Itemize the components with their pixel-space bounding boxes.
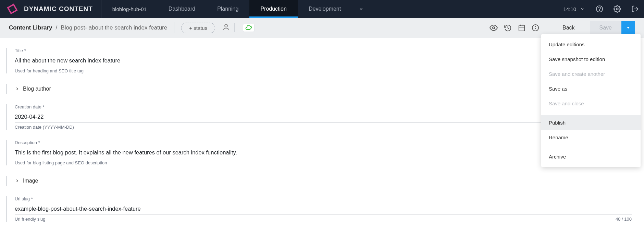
breadcrumb-separator: /: [56, 24, 58, 31]
dropdown-item-save-snapshot-to-edition[interactable]: Save snapshot to edition: [541, 52, 641, 67]
url-slug-counter: 48 / 100: [616, 217, 632, 222]
creation-date-label: Creation date *: [15, 104, 632, 109]
svg-point-3: [599, 10, 599, 11]
breadcrumb-current: Blog post- about the search index featur…: [61, 24, 167, 31]
title-help-text: Used for heading and SEO title tag: [15, 68, 84, 73]
dropdown-item-save-as[interactable]: Save as: [541, 81, 641, 96]
save-button-group: Save: [590, 21, 635, 34]
title-help: Used for heading and SEO title tag: [15, 68, 632, 73]
time-display[interactable]: 14:10: [557, 6, 591, 12]
caret-down-icon: [626, 26, 630, 30]
blog-author-toggle[interactable]: Blog author: [15, 84, 632, 94]
title-label: Title *: [15, 48, 632, 53]
add-status-button[interactable]: + status: [181, 23, 215, 33]
dropdown-item-save-and-close: Save and close: [541, 96, 641, 111]
history-icon: [504, 24, 512, 32]
back-button[interactable]: Back: [554, 21, 584, 34]
title-input[interactable]: [15, 55, 632, 66]
blog-author-label: Blog author: [23, 86, 51, 92]
svg-marker-15: [627, 27, 630, 29]
svg-point-6: [225, 24, 227, 27]
tab-dashboard[interactable]: Dashboard: [158, 0, 206, 18]
brand-name: DYNAMIC CONTENT: [24, 5, 93, 13]
info-icon: [532, 24, 539, 32]
user-icon: [222, 23, 230, 31]
dropdown-divider: [541, 147, 641, 147]
svg-point-14: [535, 26, 535, 27]
hub-selector[interactable]: bloblog-hub-01: [101, 0, 158, 18]
dropdown-item-rename[interactable]: Rename: [541, 130, 641, 145]
sync-status-chip[interactable]: [243, 24, 255, 32]
main-tabs: DashboardPlanningProductionDevelopment: [158, 0, 352, 18]
chevron-right-icon: [15, 86, 20, 91]
dropdown-item-save-and-create-another: Save and create another: [541, 67, 641, 81]
logout-button[interactable]: [626, 0, 644, 18]
clock-time: 14:10: [563, 6, 576, 12]
preview-button[interactable]: [490, 24, 498, 32]
dropdown-item-publish[interactable]: Publish: [541, 115, 641, 130]
help-button[interactable]: [591, 0, 608, 18]
cloud-icon: [245, 25, 252, 30]
save-button[interactable]: Save: [590, 21, 621, 34]
chevron-right-icon: [15, 178, 20, 183]
description-group: Description * Used for blog listing page…: [6, 140, 632, 165]
creation-date-group: Creation date * Creation date (YYYY-MM-D…: [6, 104, 632, 130]
dropdown-item-archive[interactable]: Archive: [541, 149, 641, 164]
save-dropdown-menu: Update editionsSave snapshot to editionS…: [541, 34, 641, 167]
description-help: Used for blog listing page and SEO descr…: [15, 160, 632, 165]
breadcrumb: Content Library / Blog post- about the s…: [9, 24, 167, 31]
hub-name-label: bloblog-hub-01: [112, 6, 147, 12]
chevron-down-icon: [580, 7, 584, 11]
creation-date-help: Creation date (YYYY-MM-DD): [15, 125, 632, 130]
svg-rect-8: [519, 25, 525, 31]
description-label: Description *: [15, 140, 632, 145]
creation-date-input[interactable]: [15, 112, 632, 123]
dropdown-divider: [541, 113, 641, 113]
url-slug-input[interactable]: [15, 203, 632, 214]
image-toggle[interactable]: Image: [15, 176, 632, 186]
brand-area: DYNAMIC CONTENT: [0, 0, 93, 18]
calendar-icon: [518, 24, 525, 32]
image-label: Image: [23, 178, 38, 184]
description-input[interactable]: [15, 147, 632, 158]
tab-overflow-caret-icon[interactable]: [352, 7, 370, 11]
brand-logo-icon: [6, 3, 18, 15]
svg-point-4: [616, 8, 618, 10]
save-menu-toggle[interactable]: [621, 21, 635, 34]
help-icon: [596, 5, 603, 13]
url-slug-help-text: Url friendly slug: [15, 217, 46, 222]
tab-production[interactable]: Production: [249, 0, 298, 18]
divider: [234, 23, 235, 32]
url-slug-help: Url friendly slug 48 / 100: [15, 217, 632, 222]
tab-development[interactable]: Development: [298, 0, 352, 18]
creation-date-help-text: Creation date (YYYY-MM-DD): [15, 125, 74, 130]
blog-author-group: Blog author: [6, 84, 632, 94]
url-slug-label: Url slug *: [15, 196, 632, 201]
assignee-button[interactable]: [222, 23, 230, 33]
tab-planning[interactable]: Planning: [206, 0, 249, 18]
breadcrumb-root[interactable]: Content Library: [9, 24, 52, 31]
eye-icon: [490, 24, 498, 32]
schedule-button[interactable]: [518, 24, 525, 32]
topbar-right: 14:10: [557, 0, 644, 18]
settings-button[interactable]: [608, 0, 626, 18]
url-slug-group: Url slug * Url friendly slug 48 / 100: [6, 196, 632, 222]
info-button[interactable]: [532, 24, 539, 32]
gear-icon: [614, 5, 621, 13]
divider: [174, 22, 174, 33]
editor-toolbar-right: Back Save: [490, 21, 635, 34]
logout-icon: [631, 5, 639, 13]
title-group: Title * Used for heading and SEO title t…: [6, 48, 632, 73]
dropdown-item-update-editions[interactable]: Update editions: [541, 37, 641, 52]
top-navbar: DYNAMIC CONTENT bloblog-hub-01 Dashboard…: [0, 0, 644, 18]
history-button[interactable]: [504, 24, 512, 32]
svg-point-7: [493, 27, 495, 29]
description-help-text: Used for blog listing page and SEO descr…: [15, 160, 107, 165]
image-group: Image: [6, 176, 632, 186]
